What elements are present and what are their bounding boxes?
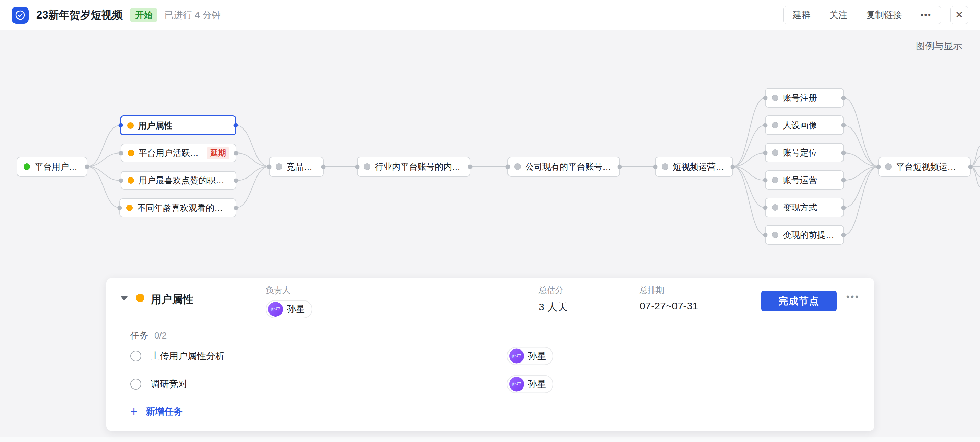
flow-node-active-time[interactable]: 平台用户活跃时间 延期 [121,144,236,162]
connector-port [119,151,123,155]
status-dot-gray [276,163,282,170]
node-label: 用户最喜欢点赞的职业T... [138,175,229,186]
tasks-header: 任务 0/2 [130,330,861,342]
task-assignee-pill[interactable]: 孙星 孙星 [507,375,554,393]
status-dot-gray [364,163,370,170]
connector-port [118,206,122,210]
connector-port [842,151,846,155]
estimate-field: 总估分 3 人天 [539,285,568,314]
status-dot-gray [772,177,778,183]
estimate-label: 总估分 [539,285,568,296]
flow-node-persona[interactable]: 人设画像 [765,116,844,135]
avatar: 孙星 [509,377,524,391]
connector-port [763,151,768,155]
owner-name: 孙星 [287,303,305,315]
status-dot-orange [127,122,134,129]
flow-node-liked-profession[interactable]: 用户最喜欢点赞的职业T... [121,171,236,190]
flow-node-monetization[interactable]: 变现方式 [765,198,844,217]
task-checkbox[interactable] [130,350,141,361]
owner-pill[interactable]: 孙星 孙星 [266,300,312,318]
delay-badge: 延期 [207,147,229,159]
connector-port [842,205,846,210]
flow-node-age-content[interactable]: 不同年龄喜欢观看的内容 [119,198,236,217]
estimate-value: 3 人天 [539,300,568,314]
connector-port [267,165,272,169]
status-dot-orange [127,177,134,184]
page-title: 23新年贺岁短视频 [37,8,123,22]
node-label: 变现的前提条件 [783,229,837,241]
connector-port [355,165,360,169]
connector-port [506,165,510,169]
task-assignee-pill[interactable]: 孙星 孙星 [507,347,554,365]
flow-node-account-positioning[interactable]: 账号定位 [765,143,844,162]
connector-port [119,178,123,183]
connector-port [321,165,326,169]
status-dot-green [24,163,30,170]
panel-title: 用户属性 [151,292,193,307]
flow-node-operation-strategy[interactable]: 短视频运营策略 [655,157,733,177]
schedule-value: 07-27~07-31 [640,300,698,312]
status-dot-gray [662,163,668,170]
complete-node-button[interactable]: 完成节点 [761,291,837,312]
owner-field: 负责人 孙星 孙星 [266,285,312,318]
more-actions-icon[interactable]: ••• [911,6,941,24]
create-group-button[interactable]: 建群 [784,6,820,24]
connector-port [234,124,238,128]
node-label: 账号定位 [783,147,817,158]
plus-icon: + [130,406,137,418]
flow-node-account-operation[interactable]: 账号运营 [765,170,844,190]
connector-port [842,178,846,182]
avatar: 孙星 [509,349,524,364]
bottom-strip [0,437,980,442]
assignee-name: 孙星 [528,378,546,390]
flow-node-user-attributes[interactable]: 用户属性 [120,116,236,135]
task-label: 上传用户属性分析 [151,350,224,362]
flow-node-platform-user-analysis[interactable]: 平台用户分析 [17,157,88,177]
connector-port [234,206,238,210]
panel-header: 用户属性 负责人 孙星 孙星 总估分 3 人天 总排期 07-27~07-31 … [106,278,874,320]
connector-port [234,151,238,155]
node-label: 变现方式 [783,202,817,213]
elapsed-time: 已进行 4 分钟 [164,9,221,21]
status-dot-orange [126,204,133,211]
panel-more-icon[interactable]: ••• [846,291,860,302]
connector-port [119,124,123,128]
collapse-caret-icon[interactable] [121,296,127,301]
task-row[interactable]: 上传用户属性分析 孙星 孙星 [130,342,861,370]
node-label: 平台用户分析 [35,161,81,172]
connector-port [842,233,846,237]
connector-port [617,165,622,169]
node-detail-panel: 用户属性 负责人 孙星 孙星 总估分 3 人天 总排期 07-27~07-31 … [106,278,874,431]
status-dot-gray [514,163,521,170]
action-group: 建群 关注 复制链接 ••• [783,6,941,24]
task-label: 调研竞对 [151,378,188,390]
flow-node-account-register[interactable]: 账号注册 [765,88,844,108]
node-label: 账号运营 [783,174,817,186]
connector-port [653,165,658,169]
copy-link-button[interactable]: 复制链接 [857,6,911,24]
schedule-field: 总排期 07-27~07-31 [640,285,698,312]
connector-port [877,165,881,169]
tasks-section: 任务 0/2 上传用户属性分析 孙星 孙星 调研竞对 孙星 孙星 [130,320,861,418]
task-row[interactable]: 调研竞对 孙星 孙星 [130,371,861,398]
tasks-label: 任务 [130,330,148,342]
status-dot-gray [772,149,778,156]
project-check-circle-icon [12,6,29,24]
flow-node-industry-accounts[interactable]: 行业内平台账号的内容... [357,157,471,177]
status-dot-gray [885,163,891,170]
follow-button[interactable]: 关注 [820,6,857,24]
node-label: 平台用户活跃时间 [138,147,201,158]
add-task-button[interactable]: + 新增任务 [130,406,183,418]
close-icon[interactable]: ✕ [950,6,968,24]
flow-node-company-accounts[interactable]: 公司现有的平台账号诊... [508,157,620,177]
legend-display-toggle[interactable]: 图例与显示 [916,40,962,52]
connector-port [763,205,768,210]
connector-port [763,96,768,100]
flow-node-platform-video-plan[interactable]: 平台短视频运营规划 [878,157,971,177]
connector-port [85,165,89,169]
flow-node-competitor-analysis[interactable]: 竞品分析 [269,157,324,177]
node-label: 人设画像 [783,120,817,131]
flow-node-monetization-prereq[interactable]: 变现的前提条件 [765,225,844,245]
task-checkbox[interactable] [130,379,141,390]
connector-port [968,165,973,169]
